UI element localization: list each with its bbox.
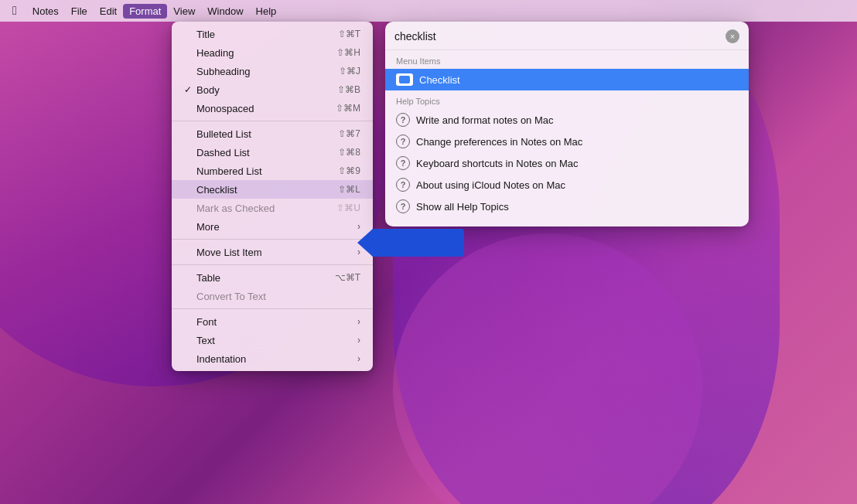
dashed-label: Dashed List xyxy=(196,147,332,158)
menu-item-mark-as-checked[interactable]: Mark as Checked ⇧⌘U xyxy=(172,199,373,217)
help-topic-label-1: Write and format notes on Mac xyxy=(416,114,554,126)
monospaced-shortcut: ⇧⌘M xyxy=(336,103,360,114)
checklist-icon-inner xyxy=(399,76,410,83)
monospaced-label: Monospaced xyxy=(196,103,329,114)
help-checklist-label: Checklist xyxy=(419,74,460,86)
help-topic-change-prefs[interactable]: ? Change preferences in Notes on Mac xyxy=(385,131,749,152)
bulleted-label: Bulleted List xyxy=(196,128,332,140)
help-topic-label-4: About using iCloud Notes on Mac xyxy=(416,179,565,191)
menu-item-table[interactable]: Table ⌥⌘T xyxy=(172,268,373,287)
numbered-label: Numbered List xyxy=(196,165,332,177)
menu-item-dashed-list[interactable]: Dashed List ⇧⌘8 xyxy=(172,143,373,162)
help-show-all-topics[interactable]: ? Show all Help Topics xyxy=(385,196,749,217)
help-panel: × Menu Items Checklist Help Topics ? Wri… xyxy=(385,22,749,226)
menu-bar-edit[interactable]: Edit xyxy=(94,4,123,19)
help-topics-section: Help Topics ? Write and format notes on … xyxy=(385,92,749,217)
menu-item-more[interactable]: More › xyxy=(172,217,373,236)
menu-item-subheading[interactable]: Subheading ⇧⌘J xyxy=(172,62,373,80)
help-topic-icon-1: ? xyxy=(396,113,410,127)
menu-bar-help[interactable]: Help xyxy=(250,4,283,19)
help-show-all-label: Show all Help Topics xyxy=(416,201,509,213)
body-shortcut: ⇧⌘B xyxy=(337,84,360,95)
menu-item-move-list-item[interactable]: Move List Item › xyxy=(172,243,373,261)
divider-1 xyxy=(172,121,373,121)
clear-icon: × xyxy=(730,32,735,41)
subheading-shortcut: ⇧⌘J xyxy=(339,66,360,77)
help-topic-icon-3: ? xyxy=(396,156,410,170)
menu-bar-notes[interactable]: Notes xyxy=(26,4,65,19)
text-arrow-icon: › xyxy=(357,335,360,346)
help-search-input[interactable] xyxy=(394,30,726,43)
help-topic-label-3: Keyboard shortcuts in Notes on Mac xyxy=(416,158,579,169)
body-check: ✓ xyxy=(184,84,196,95)
menu-item-convert-to-text[interactable]: Convert To Text xyxy=(172,287,373,305)
heading-shortcut: ⇧⌘H xyxy=(336,47,360,58)
format-menu: Title ⇧⌘T Heading ⇧⌘H Subheading ⇧⌘J ✓ B… xyxy=(172,22,373,371)
menu-items-section-label: Menu Items xyxy=(385,55,749,69)
font-arrow-icon: › xyxy=(357,316,360,327)
table-shortcut: ⌥⌘T xyxy=(335,272,360,283)
title-shortcut: ⇧⌘T xyxy=(338,29,360,39)
menu-item-body[interactable]: ✓ Body ⇧⌘B xyxy=(172,80,373,99)
menu-item-indentation[interactable]: Indentation › xyxy=(172,349,373,368)
indent-arrow-icon: › xyxy=(357,353,360,364)
help-topic-write-format[interactable]: ? Write and format notes on Mac xyxy=(385,109,749,131)
convert-label: Convert To Text xyxy=(196,291,360,302)
help-topics-section-label: Help Topics xyxy=(385,95,749,109)
title-label: Title xyxy=(196,29,332,40)
help-checklist-result[interactable]: Checklist xyxy=(385,69,749,90)
body-label: Body xyxy=(196,84,331,96)
more-label: More xyxy=(196,221,351,233)
menu-item-font[interactable]: Font › xyxy=(172,312,373,331)
blue-arrow-indicator xyxy=(371,229,464,257)
checklist-result-icon xyxy=(396,73,413,86)
numbered-shortcut: ⇧⌘9 xyxy=(338,165,360,176)
mark-label: Mark as Checked xyxy=(196,203,330,214)
menu-item-title[interactable]: Title ⇧⌘T xyxy=(172,25,373,43)
menu-item-heading[interactable]: Heading ⇧⌘H xyxy=(172,43,373,62)
help-search-clear-button[interactable]: × xyxy=(726,29,739,43)
divider-2 xyxy=(172,239,373,240)
menu-bar-window[interactable]: Window xyxy=(201,4,249,19)
divider-4 xyxy=(172,308,373,309)
menu-item-monospaced[interactable]: Monospaced ⇧⌘M xyxy=(172,99,373,117)
indent-label: Indentation xyxy=(196,353,351,365)
font-label: Font xyxy=(196,316,351,328)
menu-bar:  Notes File Edit Format View Window Hel… xyxy=(0,0,857,22)
bulleted-shortcut: ⇧⌘7 xyxy=(338,128,360,139)
arrow-shape xyxy=(371,229,464,257)
menu-bar-file[interactable]: File xyxy=(65,4,94,19)
menu-item-bulleted-list[interactable]: Bulleted List ⇧⌘7 xyxy=(172,124,373,143)
move-label: Move List Item xyxy=(196,247,351,258)
divider-3 xyxy=(172,264,373,265)
mark-shortcut: ⇧⌘U xyxy=(336,203,360,213)
help-search-row: × xyxy=(385,29,749,50)
help-topic-keyboard-shortcuts[interactable]: ? Keyboard shortcuts in Notes on Mac xyxy=(385,152,749,174)
menu-bar-format[interactable]: Format xyxy=(123,4,167,19)
help-topic-icon-4: ? xyxy=(396,178,410,192)
apple-menu[interactable]:  xyxy=(6,2,23,19)
help-topic-icon-5: ? xyxy=(396,199,410,213)
menu-item-numbered-list[interactable]: Numbered List ⇧⌘9 xyxy=(172,162,373,180)
checklist-label: Checklist xyxy=(196,184,332,196)
text-label: Text xyxy=(196,335,351,346)
menu-item-checklist[interactable]: Checklist ⇧⌘L xyxy=(172,180,373,199)
checklist-shortcut: ⇧⌘L xyxy=(338,184,360,195)
heading-label: Heading xyxy=(196,47,330,59)
help-topic-icloud[interactable]: ? About using iCloud Notes on Mac xyxy=(385,174,749,196)
dashed-shortcut: ⇧⌘8 xyxy=(338,147,360,158)
help-topic-icon-2: ? xyxy=(396,135,410,148)
menu-item-text[interactable]: Text › xyxy=(172,331,373,349)
menu-bar-view[interactable]: View xyxy=(167,4,201,19)
table-label: Table xyxy=(196,272,329,284)
help-topic-label-2: Change preferences in Notes on Mac xyxy=(416,136,582,148)
subheading-label: Subheading xyxy=(196,66,333,77)
